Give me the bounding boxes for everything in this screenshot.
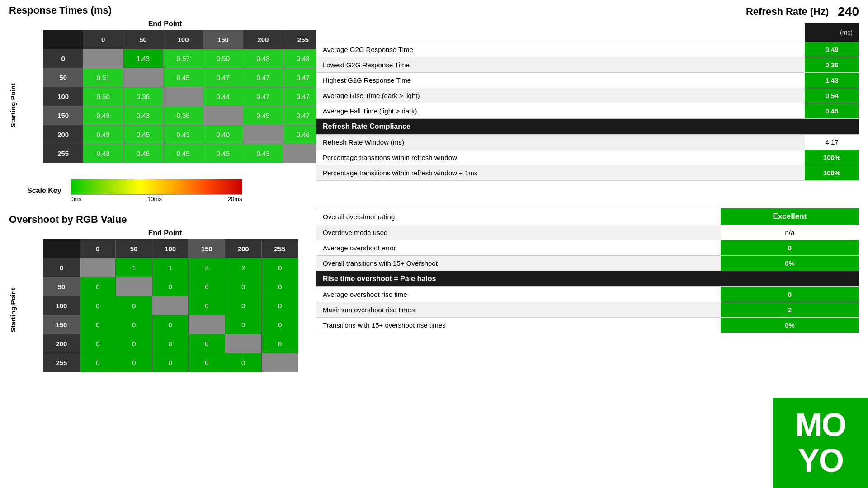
table-row: Overall transitions with 15+ Overshoot 0… — [316, 256, 859, 271]
refresh-rate-label: Refresh Rate (Hz) — [746, 6, 829, 18]
overshoot-table: 0 50 100 150 200 255 0 1 1 2 2 0 — [43, 239, 298, 372]
table-row: 150 0 0 0 0 0 — [43, 315, 298, 334]
scale-key-label: Scale Key — [27, 187, 61, 195]
pale-halos-row: Rise time overshoot = Pale halos — [316, 271, 859, 287]
table-row: Overall overshoot rating Excellent — [316, 208, 859, 225]
table-row: 50 0 0 0 0 0 — [43, 277, 298, 296]
table-row: 150 0.49 0.43 0.36 0.45 0.47 — [43, 106, 323, 125]
rt-summary-title: Response Times Summary — [316, 23, 805, 42]
table-row: 100 0.50 0.36 0.44 0.47 0.47 — [43, 87, 323, 106]
scale-label-0: 0ms — [71, 196, 82, 202]
refresh-rate-value: 240 — [838, 5, 859, 19]
response-times-title: Response Times (ms) — [9, 5, 298, 16]
rrc-divider: Refresh Rate Compliance — [316, 119, 859, 135]
table-row: Maximum overshoot rise times 2 — [316, 302, 859, 318]
response-times-table: 0 50 100 150 200 255 0 1.43 0.57 0.50 0.… — [43, 30, 323, 163]
endpoint-label-ov: End Point — [32, 229, 298, 237]
moyo-watermark: MOYO — [773, 398, 868, 488]
table-row: 255 0.48 0.46 0.45 0.45 0.43 — [43, 144, 323, 163]
endpoint-label-rt: End Point — [32, 20, 298, 28]
table-row: 200 0.49 0.45 0.43 0.40 0.46 — [43, 125, 323, 144]
overshoot-title: Overshoot by RGB Value — [9, 214, 298, 225]
table-row: 0 1.43 0.57 0.50 0.48 0.48 — [43, 49, 323, 68]
scale-label-20: 20ms — [228, 196, 242, 202]
rt-summary-unit: (ms) — [805, 23, 859, 42]
table-row: Percentage transitions within refresh wi… — [316, 165, 859, 181]
overshoot-summary-table: Overshoot Summary Overall overshoot rati… — [316, 190, 859, 333]
table-row: Transitions with 15+ overshoot rise time… — [316, 318, 859, 333]
ov-summary-title: Overshoot Summary — [316, 190, 859, 208]
table-row: Refresh Rate Window (ms) 4.17 — [316, 135, 859, 150]
table-row: Highest G2G Response Time 1.43 — [316, 73, 859, 88]
table-row: Overdrive mode used n/a — [316, 225, 859, 240]
table-row: 50 0.51 0.45 0.47 0.47 0.47 — [43, 68, 323, 87]
table-row: 100 0 0 0 0 0 — [43, 296, 298, 315]
table-row: Average G2G Response Time 0.49 — [316, 42, 859, 57]
table-row: Lowest G2G Response Time 0.36 — [316, 57, 859, 73]
table-row: Average overshoot error 0 — [316, 240, 859, 256]
table-row: 200 0 0 0 0 0 — [43, 334, 298, 353]
response-times-summary-table: Response Times Summary (ms) Average G2G … — [316, 23, 859, 181]
starting-point-label-ov: Starting Point — [9, 288, 17, 332]
table-row: 255 0 0 0 0 0 — [43, 353, 298, 372]
table-row: Average overshoot rise time 0 — [316, 287, 859, 302]
refresh-rate-header: Refresh Rate (Hz) 240 — [316, 5, 859, 19]
table-row: 0 1 1 2 2 0 — [43, 258, 298, 277]
table-row: Percentage transitions within refresh wi… — [316, 150, 859, 165]
table-row: Average Fall Time (light > dark) 0.45 — [316, 103, 859, 119]
starting-point-label-rt: Starting Point — [9, 83, 17, 127]
table-row: Average Rise Time (dark > light) 0.54 — [316, 88, 859, 103]
scale-label-10: 10ms — [147, 196, 162, 202]
scale-bar — [71, 179, 242, 195]
